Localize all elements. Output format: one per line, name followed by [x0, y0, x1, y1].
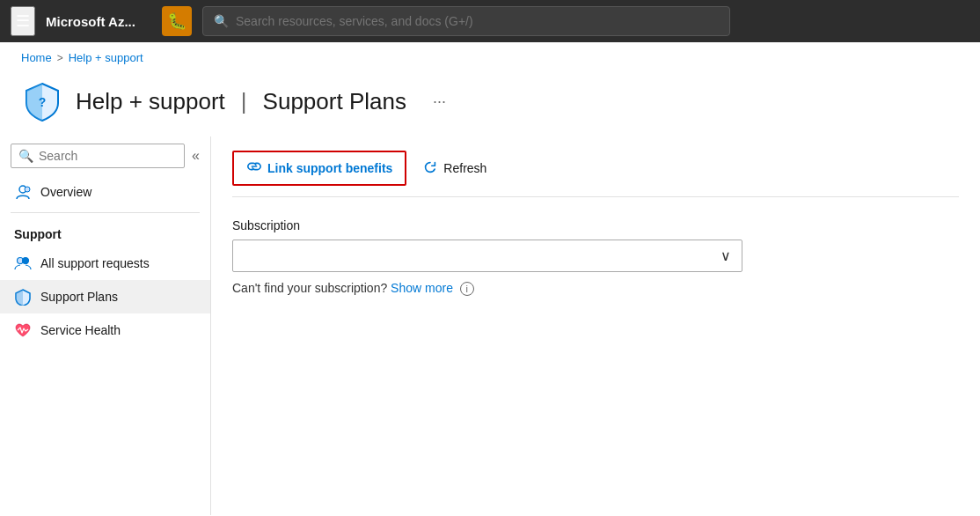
sidebar-item-all-support[interactable]: All support requests [0, 247, 210, 280]
overview-icon [14, 183, 32, 201]
cant-find-static-text: Can't find your subscription? [232, 281, 387, 295]
main-content: Link support benefits Refresh Subscripti… [211, 136, 980, 515]
toolbar: Link support benefits Refresh [232, 151, 959, 197]
sidebar: 🔍 « Overview Support [0, 136, 211, 515]
help-support-icon: ? [21, 80, 63, 122]
link-support-benefits-button[interactable]: Link support benefits [232, 151, 406, 186]
support-plans-icon [14, 288, 32, 306]
sidebar-item-support-plans[interactable]: Support Plans [0, 280, 210, 313]
sidebar-divider [11, 212, 200, 213]
chevron-down-icon: ∨ [720, 247, 731, 264]
sidebar-search-row: 🔍 « [0, 144, 210, 175]
page-title-main: Help + support [76, 88, 225, 115]
bug-report-button[interactable]: 🐛 [162, 6, 192, 36]
page-header: ? Help + support | Support Plans ··· [0, 73, 980, 136]
hamburger-menu-button[interactable]: ☰ [11, 6, 35, 36]
subscription-label: Subscription [232, 218, 760, 232]
sidebar-collapse-button[interactable]: « [188, 144, 203, 167]
breadcrumb-separator: > [57, 52, 63, 64]
chevron-left-icon: « [192, 148, 200, 163]
page-title-divider: | [241, 88, 247, 115]
link-support-benefits-label: Link support benefits [267, 161, 392, 175]
sidebar-item-support-plans-label: Support Plans [40, 290, 118, 304]
sidebar-item-service-health-label: Service Health [40, 323, 121, 337]
sidebar-item-overview[interactable]: Overview [0, 175, 210, 209]
cant-find-text: Can't find your subscription? Show more … [232, 281, 760, 296]
svg-text:?: ? [39, 95, 47, 109]
breadcrumb-home-link[interactable]: Home [21, 51, 52, 64]
link-icon [246, 158, 262, 178]
breadcrumb-current-link[interactable]: Help + support [69, 51, 143, 64]
sidebar-support-header: Support [0, 217, 210, 247]
show-more-link[interactable]: Show more [391, 281, 453, 295]
service-health-icon [14, 321, 32, 339]
bug-icon: 🐛 [167, 11, 186, 31]
search-icon: 🔍 [214, 14, 229, 28]
app-title: Microsoft Az... [46, 14, 151, 29]
breadcrumb: Home > Help + support [0, 42, 980, 73]
sidebar-item-all-support-label: All support requests [40, 256, 150, 270]
topbar: ☰ Microsoft Az... 🐛 🔍 [0, 0, 980, 42]
ellipsis-icon: ··· [433, 92, 446, 110]
sidebar-item-overview-label: Overview [40, 185, 91, 199]
refresh-icon [422, 159, 438, 178]
info-icon: i [460, 282, 474, 296]
main-layout: 🔍 « Overview Support [0, 136, 980, 515]
svg-point-4 [23, 258, 29, 264]
all-support-icon [14, 254, 32, 272]
sidebar-search-wrapper: 🔍 [11, 144, 185, 168]
subscription-section: Subscription ∨ Can't find your subscript… [232, 218, 760, 296]
sidebar-search-icon: 🔍 [18, 149, 33, 163]
refresh-label: Refresh [443, 161, 486, 175]
sidebar-search-input[interactable] [39, 149, 177, 163]
global-search-input[interactable] [236, 14, 719, 28]
refresh-button[interactable]: Refresh [413, 153, 495, 184]
sidebar-item-service-health[interactable]: Service Health [0, 313, 210, 347]
global-search: 🔍 [202, 6, 730, 36]
svg-point-2 [25, 187, 30, 192]
subscription-dropdown[interactable]: ∨ [232, 240, 742, 272]
page-title-subtitle: Support Plans [263, 88, 406, 115]
hamburger-icon: ☰ [16, 12, 30, 30]
more-options-button[interactable]: ··· [426, 89, 453, 114]
